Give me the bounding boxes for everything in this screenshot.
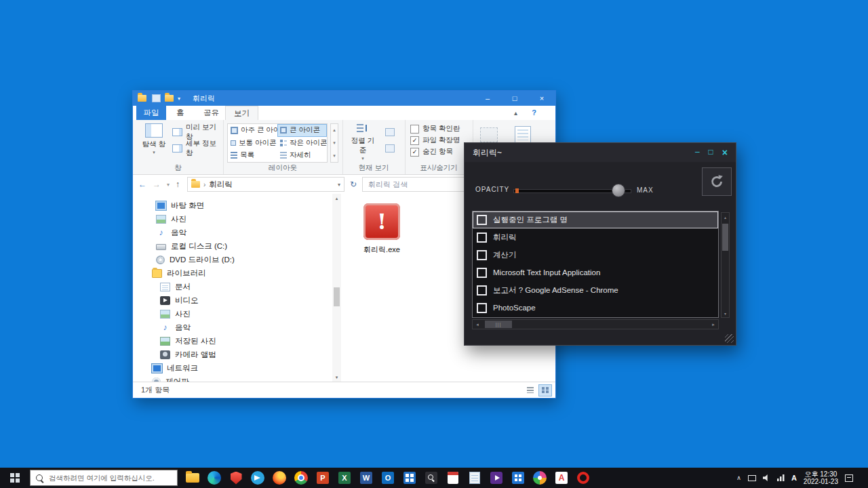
group-by-button[interactable]	[382, 125, 398, 140]
tab-home[interactable]: 홈	[168, 106, 193, 120]
taskbar-calculator-app[interactable]	[507, 468, 529, 488]
collapse-ribbon-icon[interactable]: ▴	[514, 106, 517, 120]
nav-item-local-disk[interactable]: 로컬 디스크 (C:)	[133, 239, 332, 253]
nav-item-control-panel[interactable]: 제어판	[133, 375, 332, 382]
select-all-checkbox[interactable]	[477, 215, 487, 225]
scrollbar-thumb[interactable]	[334, 287, 340, 306]
nav-item-music-lib[interactable]: ♪음악	[133, 321, 332, 334]
nav-item-saved-pictures[interactable]: 저장된 사진	[133, 334, 332, 348]
nav-pane-scrollbar[interactable]: ▴ ▾	[332, 194, 341, 382]
layout-option-large-icons[interactable]: 큰 아이콘	[277, 124, 327, 137]
taskbar-magnifier-app[interactable]	[420, 468, 442, 488]
app-titlebar[interactable]: 휘리릭~ – □ ×	[465, 143, 736, 162]
address-dropdown-icon[interactable]: ▾	[338, 182, 340, 188]
layout-option-extra-large-icons[interactable]: 아주 큰 아이콘	[228, 124, 277, 137]
minimize-button[interactable]: –	[474, 91, 501, 106]
file-item-whirlik-exe[interactable]: ! 휘리릭.exe	[347, 203, 417, 255]
quick-access-dropdown-icon[interactable]: ▾	[178, 96, 180, 102]
taskbar-search-input[interactable]	[47, 473, 172, 483]
process-row[interactable]: Microsoft Text Input Application	[473, 264, 718, 281]
taskbar-opera[interactable]	[572, 468, 594, 488]
details-view-button[interactable]	[524, 384, 537, 396]
file-extensions-checkbox[interactable]: ✓ 파일 확장명	[410, 136, 460, 145]
process-list-vertical-scrollbar[interactable]: ▴ ▾	[721, 212, 730, 318]
nav-item-network[interactable]: 네트워크	[133, 361, 332, 375]
explorer-titlebar[interactable]: ▾ 휘리릭 – □ ×	[133, 91, 555, 106]
taskbar-antivirus-app[interactable]: A	[551, 468, 572, 488]
layout-option-medium-icons[interactable]: 보통 아이콘	[228, 137, 277, 150]
scrollbar-thumb[interactable]	[722, 224, 728, 251]
nav-item-videos[interactable]: 비디오	[133, 293, 332, 307]
item-checkboxes-checkbox[interactable]: 항목 확인란	[410, 124, 460, 134]
nav-item-pictures[interactable]: 사진	[133, 212, 332, 226]
scrollbar-thumb[interactable]: |||	[485, 321, 512, 328]
refresh-list-button[interactable]	[702, 167, 732, 196]
volume-tray-icon[interactable]	[763, 474, 770, 481]
recent-locations-dropdown-icon[interactable]: ▾	[167, 182, 170, 188]
scroll-left-icon[interactable]: ◂	[473, 320, 482, 329]
maximize-button[interactable]: □	[501, 91, 528, 106]
taskbar-excel[interactable]: X	[334, 468, 355, 488]
taskbar-word[interactable]: W	[355, 468, 377, 488]
resize-grip[interactable]	[725, 334, 734, 343]
tab-share[interactable]: 공유	[195, 106, 227, 120]
scroll-down-icon[interactable]: ▾	[332, 373, 341, 382]
preview-pane-button[interactable]: 미리 보기 창	[172, 125, 223, 140]
navigation-pane-button[interactable]: 탐색 창 ▾	[137, 123, 171, 155]
help-icon[interactable]: ?	[532, 106, 536, 120]
process-list-header[interactable]: 실행중인 프로그램 명	[473, 211, 718, 228]
process-row[interactable]: 보고서 ? Google AdSense - Chrome	[473, 281, 718, 299]
nav-item-libraries[interactable]: 라이브러리	[133, 266, 332, 280]
scroll-up-icon[interactable]: ▴	[332, 194, 341, 203]
opacity-slider[interactable]	[513, 189, 631, 193]
gallery-scroll-up-icon[interactable]: ▴	[331, 124, 338, 137]
maximize-button[interactable]: □	[709, 148, 713, 157]
process-checkbox[interactable]	[477, 285, 487, 296]
hidden-items-checkbox[interactable]: ✓ 숨긴 항목	[410, 147, 453, 157]
process-checkbox[interactable]	[477, 303, 487, 313]
taskbar-search-box[interactable]	[30, 470, 178, 486]
scroll-right-icon[interactable]: ▸	[709, 320, 718, 329]
tab-file[interactable]: 파일	[136, 106, 166, 120]
nav-item-camera-roll[interactable]: 카메라 앨범	[133, 348, 332, 361]
taskbar-firefox[interactable]	[269, 468, 290, 488]
ime-indicator[interactable]: A	[791, 474, 797, 482]
taskbar-file-explorer[interactable]	[182, 468, 203, 488]
nav-item-dvd-drive[interactable]: DVD 드라이브 (D:)	[133, 253, 332, 266]
address-box[interactable]: › 휘리릭 ▾	[187, 177, 344, 192]
forward-button[interactable]: →	[153, 180, 161, 189]
display-tray-icon[interactable]	[748, 475, 756, 481]
quick-access-new-folder-icon[interactable]	[165, 95, 174, 102]
close-button[interactable]: ×	[528, 91, 555, 106]
action-center-icon[interactable]	[845, 474, 853, 482]
taskbar-clock[interactable]: 오후 12:30 2022-01-23	[804, 470, 838, 485]
layout-option-small-icons[interactable]: 작은 아이콘	[277, 137, 327, 150]
add-columns-button[interactable]	[382, 141, 398, 156]
process-checkbox[interactable]	[477, 268, 487, 278]
taskbar-media-player-app[interactable]	[486, 468, 507, 488]
process-row[interactable]: PhotoScape	[473, 299, 718, 317]
process-list-horizontal-scrollbar[interactable]: ◂ ||| ▸	[472, 319, 719, 329]
refresh-icon[interactable]: ↻	[350, 180, 357, 189]
back-button[interactable]: ←	[138, 180, 146, 189]
taskbar-telegram[interactable]	[247, 468, 269, 488]
gallery-scroll-down-icon[interactable]: ▾	[331, 137, 338, 150]
taskbar-notepad-app[interactable]	[464, 468, 486, 488]
nav-item-music[interactable]: ♪음악	[133, 226, 332, 239]
layout-option-list[interactable]: 목록	[228, 149, 277, 162]
start-button[interactable]	[0, 468, 30, 488]
tab-view[interactable]: 보기	[225, 106, 258, 120]
process-checkbox[interactable]	[477, 250, 487, 260]
taskbar-powerpoint[interactable]: P	[312, 468, 334, 488]
minimize-button[interactable]: –	[695, 148, 700, 157]
breadcrumb[interactable]: 휘리릭	[209, 180, 233, 190]
process-checkbox[interactable]	[477, 232, 487, 243]
process-row[interactable]: 계산기	[473, 246, 718, 264]
taskbar-edge[interactable]	[203, 468, 225, 488]
close-button[interactable]: ×	[722, 148, 728, 157]
up-button[interactable]: ↑	[176, 180, 180, 189]
nav-item-documents[interactable]: 문서	[133, 280, 332, 293]
taskbar-outlook[interactable]: O	[377, 468, 399, 488]
network-tray-icon[interactable]	[777, 474, 785, 481]
layout-option-details[interactable]: 자세히	[277, 149, 327, 162]
